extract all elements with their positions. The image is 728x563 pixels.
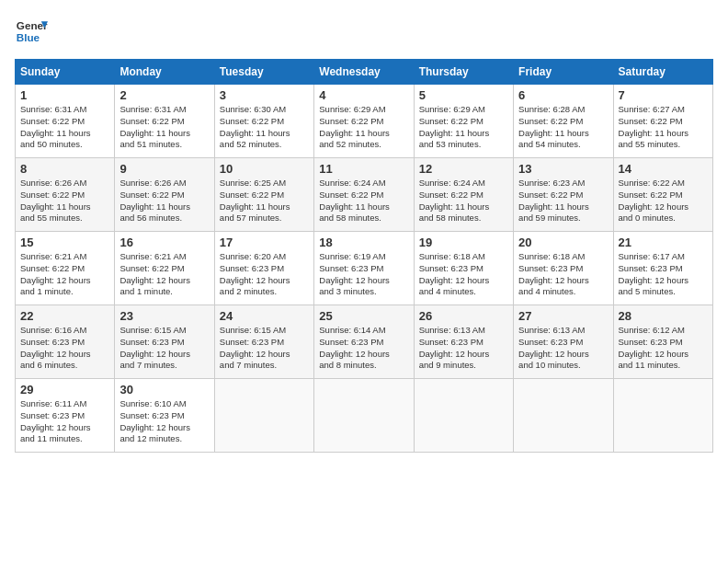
calendar-cell: 5Sunrise: 6:29 AM Sunset: 6:22 PM Daylig… bbox=[414, 85, 513, 158]
calendar-cell: 17Sunrise: 6:20 AM Sunset: 6:23 PM Dayli… bbox=[214, 232, 313, 305]
day-number: 24 bbox=[220, 309, 309, 323]
calendar-cell: 3Sunrise: 6:30 AM Sunset: 6:22 PM Daylig… bbox=[214, 85, 313, 158]
svg-text:General: General bbox=[17, 19, 48, 31]
day-info: Sunrise: 6:31 AM Sunset: 6:22 PM Dayligh… bbox=[119, 104, 209, 151]
day-number: 6 bbox=[518, 88, 608, 102]
calendar-cell: 4Sunrise: 6:29 AM Sunset: 6:22 PM Daylig… bbox=[314, 85, 414, 158]
calendar-cell: 18Sunrise: 6:19 AM Sunset: 6:23 PM Dayli… bbox=[314, 232, 414, 305]
calendar-cell: 30Sunrise: 6:10 AM Sunset: 6:23 PM Dayli… bbox=[115, 379, 214, 453]
day-info: Sunrise: 6:20 AM Sunset: 6:23 PM Dayligh… bbox=[220, 251, 309, 298]
logo: General Blue bbox=[15, 15, 48, 48]
day-info: Sunrise: 6:21 AM Sunset: 6:22 PM Dayligh… bbox=[20, 251, 109, 298]
day-info: Sunrise: 6:31 AM Sunset: 6:22 PM Dayligh… bbox=[20, 104, 109, 151]
calendar-cell: 12Sunrise: 6:24 AM Sunset: 6:22 PM Dayli… bbox=[414, 158, 513, 232]
weekday-header-sunday: Sunday bbox=[16, 60, 115, 85]
calendar-cell: 16Sunrise: 6:21 AM Sunset: 6:22 PM Dayli… bbox=[115, 232, 214, 305]
day-number: 14 bbox=[619, 162, 708, 176]
calendar-cell: 8Sunrise: 6:26 AM Sunset: 6:22 PM Daylig… bbox=[16, 158, 115, 232]
day-info: Sunrise: 6:29 AM Sunset: 6:22 PM Dayligh… bbox=[419, 104, 508, 151]
day-number: 21 bbox=[619, 236, 708, 249]
day-info: Sunrise: 6:25 AM Sunset: 6:22 PM Dayligh… bbox=[220, 178, 309, 224]
calendar-body: 1Sunrise: 6:31 AM Sunset: 6:22 PM Daylig… bbox=[16, 85, 713, 453]
calendar-cell: 24Sunrise: 6:15 AM Sunset: 6:23 PM Dayli… bbox=[214, 305, 313, 379]
weekday-header-wednesday: Wednesday bbox=[314, 60, 414, 85]
calendar-cell: 14Sunrise: 6:22 AM Sunset: 6:22 PM Dayli… bbox=[613, 158, 712, 232]
calendar-cell: 11Sunrise: 6:24 AM Sunset: 6:22 PM Dayli… bbox=[314, 158, 414, 232]
day-number: 13 bbox=[518, 162, 608, 176]
day-number: 26 bbox=[419, 309, 508, 323]
day-number: 30 bbox=[119, 383, 209, 396]
day-info: Sunrise: 6:26 AM Sunset: 6:22 PM Dayligh… bbox=[20, 178, 109, 224]
day-info: Sunrise: 6:10 AM Sunset: 6:23 PM Dayligh… bbox=[119, 398, 209, 445]
day-info: Sunrise: 6:24 AM Sunset: 6:22 PM Dayligh… bbox=[419, 178, 508, 224]
calendar-cell bbox=[214, 379, 313, 453]
calendar-cell: 27Sunrise: 6:13 AM Sunset: 6:23 PM Dayli… bbox=[514, 305, 613, 379]
day-info: Sunrise: 6:11 AM Sunset: 6:23 PM Dayligh… bbox=[20, 398, 109, 445]
calendar-header-row: SundayMondayTuesdayWednesdayThursdayFrid… bbox=[16, 60, 713, 85]
page-header: General Blue bbox=[15, 15, 713, 48]
day-info: Sunrise: 6:17 AM Sunset: 6:23 PM Dayligh… bbox=[619, 251, 708, 298]
calendar-cell: 22Sunrise: 6:16 AM Sunset: 6:23 PM Dayli… bbox=[16, 305, 115, 379]
calendar-week-2: 8Sunrise: 6:26 AM Sunset: 6:22 PM Daylig… bbox=[16, 158, 713, 232]
calendar-cell: 23Sunrise: 6:15 AM Sunset: 6:23 PM Dayli… bbox=[115, 305, 214, 379]
day-info: Sunrise: 6:26 AM Sunset: 6:22 PM Dayligh… bbox=[119, 178, 209, 224]
calendar-cell: 25Sunrise: 6:14 AM Sunset: 6:23 PM Dayli… bbox=[314, 305, 414, 379]
calendar-week-1: 1Sunrise: 6:31 AM Sunset: 6:22 PM Daylig… bbox=[16, 85, 713, 158]
day-info: Sunrise: 6:12 AM Sunset: 6:23 PM Dayligh… bbox=[619, 325, 708, 372]
calendar-cell: 26Sunrise: 6:13 AM Sunset: 6:23 PM Dayli… bbox=[414, 305, 513, 379]
day-number: 12 bbox=[419, 162, 508, 176]
day-info: Sunrise: 6:22 AM Sunset: 6:22 PM Dayligh… bbox=[619, 178, 708, 224]
calendar-cell bbox=[414, 379, 513, 453]
day-number: 2 bbox=[119, 88, 209, 102]
day-number: 10 bbox=[220, 162, 309, 176]
day-number: 11 bbox=[319, 162, 408, 176]
calendar-cell: 7Sunrise: 6:27 AM Sunset: 6:22 PM Daylig… bbox=[613, 85, 712, 158]
day-info: Sunrise: 6:30 AM Sunset: 6:22 PM Dayligh… bbox=[220, 104, 309, 151]
calendar-week-4: 22Sunrise: 6:16 AM Sunset: 6:23 PM Dayli… bbox=[16, 305, 713, 379]
day-number: 15 bbox=[20, 236, 109, 249]
calendar-table: SundayMondayTuesdayWednesdayThursdayFrid… bbox=[15, 59, 713, 453]
calendar-cell: 2Sunrise: 6:31 AM Sunset: 6:22 PM Daylig… bbox=[115, 85, 214, 158]
weekday-header-saturday: Saturday bbox=[613, 60, 712, 85]
day-info: Sunrise: 6:14 AM Sunset: 6:23 PM Dayligh… bbox=[319, 325, 408, 372]
calendar-cell bbox=[314, 379, 414, 453]
calendar-cell: 29Sunrise: 6:11 AM Sunset: 6:23 PM Dayli… bbox=[16, 379, 115, 453]
day-info: Sunrise: 6:13 AM Sunset: 6:23 PM Dayligh… bbox=[419, 325, 508, 372]
day-number: 25 bbox=[319, 309, 408, 323]
calendar-cell: 9Sunrise: 6:26 AM Sunset: 6:22 PM Daylig… bbox=[115, 158, 214, 232]
day-number: 16 bbox=[119, 236, 209, 249]
calendar-cell: 10Sunrise: 6:25 AM Sunset: 6:22 PM Dayli… bbox=[214, 158, 313, 232]
day-number: 19 bbox=[419, 236, 508, 249]
svg-text:Blue: Blue bbox=[17, 31, 40, 43]
weekday-header-monday: Monday bbox=[115, 60, 214, 85]
calendar-week-3: 15Sunrise: 6:21 AM Sunset: 6:22 PM Dayli… bbox=[16, 232, 713, 305]
calendar-cell: 19Sunrise: 6:18 AM Sunset: 6:23 PM Dayli… bbox=[414, 232, 513, 305]
day-number: 22 bbox=[20, 309, 109, 323]
day-number: 27 bbox=[518, 309, 608, 323]
day-info: Sunrise: 6:19 AM Sunset: 6:23 PM Dayligh… bbox=[319, 251, 408, 298]
day-number: 29 bbox=[20, 383, 109, 396]
day-number: 8 bbox=[20, 162, 109, 176]
day-info: Sunrise: 6:21 AM Sunset: 6:22 PM Dayligh… bbox=[119, 251, 209, 298]
calendar-cell: 6Sunrise: 6:28 AM Sunset: 6:22 PM Daylig… bbox=[514, 85, 613, 158]
calendar-cell: 21Sunrise: 6:17 AM Sunset: 6:23 PM Dayli… bbox=[613, 232, 712, 305]
weekday-header-friday: Friday bbox=[514, 60, 613, 85]
logo-icon: General Blue bbox=[15, 15, 48, 48]
day-number: 1 bbox=[20, 88, 109, 102]
calendar-cell: 28Sunrise: 6:12 AM Sunset: 6:23 PM Dayli… bbox=[613, 305, 712, 379]
day-info: Sunrise: 6:16 AM Sunset: 6:23 PM Dayligh… bbox=[20, 325, 109, 372]
day-number: 17 bbox=[220, 236, 309, 249]
calendar-cell: 13Sunrise: 6:23 AM Sunset: 6:22 PM Dayli… bbox=[514, 158, 613, 232]
day-number: 23 bbox=[119, 309, 209, 323]
day-info: Sunrise: 6:15 AM Sunset: 6:23 PM Dayligh… bbox=[119, 325, 209, 372]
calendar-cell: 1Sunrise: 6:31 AM Sunset: 6:22 PM Daylig… bbox=[16, 85, 115, 158]
calendar-week-5: 29Sunrise: 6:11 AM Sunset: 6:23 PM Dayli… bbox=[16, 379, 713, 453]
day-info: Sunrise: 6:15 AM Sunset: 6:23 PM Dayligh… bbox=[220, 325, 309, 372]
day-info: Sunrise: 6:18 AM Sunset: 6:23 PM Dayligh… bbox=[518, 251, 608, 298]
day-info: Sunrise: 6:27 AM Sunset: 6:22 PM Dayligh… bbox=[619, 104, 708, 151]
day-number: 7 bbox=[619, 88, 708, 102]
day-info: Sunrise: 6:29 AM Sunset: 6:22 PM Dayligh… bbox=[319, 104, 408, 151]
day-info: Sunrise: 6:24 AM Sunset: 6:22 PM Dayligh… bbox=[319, 178, 408, 224]
weekday-header-thursday: Thursday bbox=[414, 60, 513, 85]
day-info: Sunrise: 6:23 AM Sunset: 6:22 PM Dayligh… bbox=[518, 178, 608, 224]
